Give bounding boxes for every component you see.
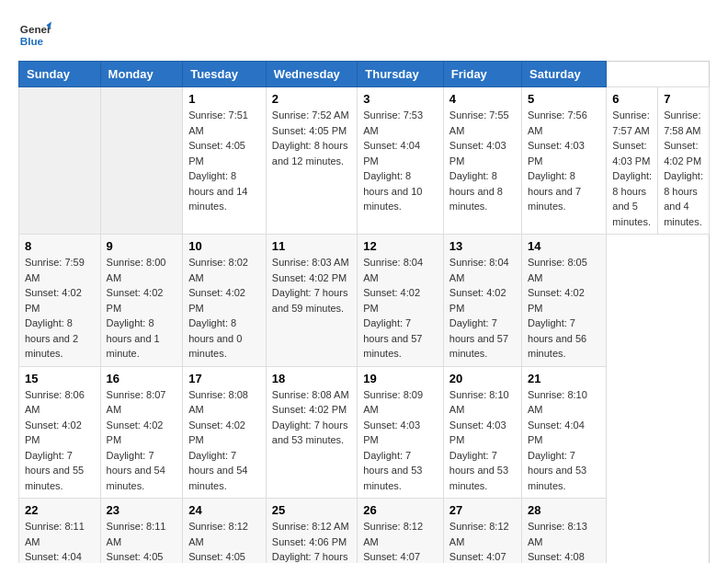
empty-cell	[19, 87, 101, 235]
sunrise-info: Sunrise: 8:12 AM	[272, 521, 349, 532]
calendar-day-cell: 24 Sunrise: 8:12 AM Sunset: 4:05 PM Dayl…	[183, 499, 267, 564]
sunset-info: Sunset: 4:02 PM	[107, 419, 164, 446]
sunset-info: Sunset: 4:06 PM	[272, 536, 347, 547]
day-number: 13	[449, 239, 516, 253]
day-number: 24	[188, 503, 260, 517]
sunrise-info: Sunrise: 7:55 AM	[449, 109, 509, 136]
calendar-table: SundayMondayTuesdayWednesdayThursdayFrid…	[18, 61, 710, 563]
sunrise-info: Sunrise: 8:09 AM	[363, 389, 423, 416]
sunset-info: Sunset: 4:02 PM	[528, 287, 585, 314]
daylight-info: Daylight: 8 hours and 7 minutes.	[528, 170, 581, 212]
daylight-info: Daylight: 7 hours and 57 minutes.	[363, 317, 422, 359]
daylight-info: Daylight: 8 hours and 8 minutes.	[449, 170, 503, 212]
calendar-day-cell: 12 Sunrise: 8:04 AM Sunset: 4:02 PM Dayl…	[358, 235, 444, 367]
sunrise-info: Sunrise: 8:11 AM	[107, 521, 166, 547]
sunset-info: Sunset: 4:04 PM	[528, 419, 585, 446]
daylight-info: Daylight: 8 hours and 12 minutes.	[272, 140, 348, 167]
day-number: 9	[107, 239, 177, 253]
sunset-info: Sunset: 4:03 PM	[363, 419, 420, 446]
calendar-week-row: 22 Sunrise: 8:11 AM Sunset: 4:04 PM Dayl…	[19, 499, 710, 564]
empty-cell	[100, 87, 183, 235]
day-number: 14	[528, 239, 600, 253]
daylight-info: Daylight: 8 hours and 4 minutes.	[664, 170, 703, 227]
daylight-info: Daylight: 7 hours and 57 minutes.	[449, 317, 508, 359]
calendar-day-cell: 18 Sunrise: 8:08 AM Sunset: 4:02 PM Dayl…	[266, 366, 357, 499]
day-number: 19	[363, 372, 438, 385]
sunset-info: Sunset: 4:02 PM	[363, 287, 420, 314]
sunrise-info: Sunrise: 8:13 AM	[528, 521, 587, 547]
sunset-info: Sunset: 4:07 PM	[363, 551, 420, 563]
sunset-info: Sunset: 4:02 PM	[107, 287, 164, 314]
sunset-info: Sunset: 4:03 PM	[449, 419, 506, 446]
day-number: 28	[528, 503, 600, 517]
sunset-info: Sunset: 4:03 PM	[449, 140, 506, 167]
sunrise-info: Sunrise: 8:12 AM	[363, 521, 423, 547]
sunrise-info: Sunrise: 8:07 AM	[107, 389, 166, 416]
day-number: 3	[363, 92, 438, 106]
weekday-header-sunday: Sunday	[19, 62, 101, 87]
sunset-info: Sunset: 4:08 PM	[528, 551, 585, 563]
calendar-day-cell: 16 Sunrise: 8:07 AM Sunset: 4:02 PM Dayl…	[100, 366, 183, 499]
daylight-info: Daylight: 7 hours and 53 minutes.	[449, 450, 508, 491]
calendar-body: 1 Sunrise: 7:51 AM Sunset: 4:05 PM Dayli…	[19, 87, 710, 564]
sunset-info: Sunset: 4:02 PM	[449, 287, 506, 314]
logo-icon: General Blue	[18, 18, 51, 52]
logo: General Blue	[18, 18, 51, 52]
calendar-day-cell: 3 Sunrise: 7:53 AM Sunset: 4:04 PM Dayli…	[358, 87, 444, 235]
calendar-day-cell: 26 Sunrise: 8:12 AM Sunset: 4:07 PM Dayl…	[358, 499, 444, 564]
sunrise-info: Sunrise: 8:10 AM	[449, 389, 509, 416]
daylight-info: Daylight: 8 hours and 10 minutes.	[363, 170, 422, 212]
sunrise-info: Sunrise: 8:02 AM	[188, 257, 248, 283]
calendar-day-cell: 27 Sunrise: 8:12 AM Sunset: 4:07 PM Dayl…	[443, 499, 521, 564]
day-number: 4	[449, 92, 516, 106]
calendar-day-cell: 10 Sunrise: 8:02 AM Sunset: 4:02 PM Dayl…	[183, 235, 267, 367]
calendar-day-cell: 23 Sunrise: 8:11 AM Sunset: 4:05 PM Dayl…	[100, 499, 183, 564]
daylight-info: Daylight: 7 hours and 53 minutes.	[528, 450, 586, 491]
sunset-info: Sunset: 4:02 PM	[272, 404, 347, 415]
sunset-info: Sunset: 4:04 PM	[363, 140, 420, 167]
daylight-info: Daylight: 7 hours and 55 minutes.	[25, 450, 84, 491]
sunrise-info: Sunrise: 7:51 AM	[188, 109, 248, 136]
day-number: 1	[188, 92, 260, 106]
weekday-header-friday: Friday	[443, 62, 521, 87]
sunset-info: Sunset: 4:03 PM	[612, 140, 650, 167]
calendar-day-cell: 2 Sunrise: 7:52 AM Sunset: 4:05 PM Dayli…	[266, 87, 357, 235]
day-number: 2	[272, 92, 351, 106]
daylight-info: Daylight: 7 hours and 59 minutes.	[272, 287, 348, 314]
daylight-info: Daylight: 7 hours and 56 minutes.	[528, 317, 586, 359]
weekday-header-saturday: Saturday	[522, 62, 607, 87]
calendar-day-cell: 13 Sunrise: 8:04 AM Sunset: 4:02 PM Dayl…	[443, 235, 521, 367]
sunrise-info: Sunrise: 8:08 AM	[272, 389, 349, 400]
day-number: 11	[272, 239, 351, 253]
calendar-day-cell: 6 Sunrise: 7:57 AM Sunset: 4:03 PM Dayli…	[607, 87, 658, 235]
calendar-day-cell: 21 Sunrise: 8:10 AM Sunset: 4:04 PM Dayl…	[522, 366, 607, 499]
sunrise-info: Sunrise: 8:10 AM	[528, 389, 587, 416]
sunrise-info: Sunrise: 8:12 AM	[449, 521, 509, 547]
calendar-day-cell: 4 Sunrise: 7:55 AM Sunset: 4:03 PM Dayli…	[443, 87, 521, 235]
sunrise-info: Sunrise: 8:12 AM	[188, 521, 248, 547]
day-number: 10	[188, 239, 260, 253]
calendar-day-cell: 8 Sunrise: 7:59 AM Sunset: 4:02 PM Dayli…	[19, 235, 101, 367]
sunrise-info: Sunrise: 7:53 AM	[363, 109, 423, 136]
calendar-day-cell: 5 Sunrise: 7:56 AM Sunset: 4:03 PM Dayli…	[522, 87, 607, 235]
daylight-info: Daylight: 8 hours and 1 minute.	[107, 317, 160, 359]
day-number: 8	[25, 239, 95, 253]
calendar-day-cell: 19 Sunrise: 8:09 AM Sunset: 4:03 PM Dayl…	[358, 366, 444, 499]
sunrise-info: Sunrise: 8:04 AM	[363, 257, 423, 283]
calendar-header-row: SundayMondayTuesdayWednesdayThursdayFrid…	[19, 62, 710, 87]
sunrise-info: Sunrise: 7:58 AM	[664, 109, 700, 136]
day-number: 5	[528, 92, 600, 106]
sunset-info: Sunset: 4:05 PM	[188, 140, 245, 167]
calendar-day-cell: 9 Sunrise: 8:00 AM Sunset: 4:02 PM Dayli…	[100, 235, 183, 367]
calendar-week-row: 8 Sunrise: 7:59 AM Sunset: 4:02 PM Dayli…	[19, 235, 710, 367]
weekday-header-tuesday: Tuesday	[183, 62, 267, 87]
sunrise-info: Sunrise: 7:57 AM	[612, 109, 649, 136]
day-number: 20	[449, 372, 516, 385]
daylight-info: Daylight: 8 hours and 0 minutes.	[188, 317, 242, 359]
sunset-info: Sunset: 4:05 PM	[188, 551, 245, 563]
daylight-info: Daylight: 7 hours and 54 minutes.	[188, 450, 247, 491]
calendar-day-cell: 20 Sunrise: 8:10 AM Sunset: 4:03 PM Dayl…	[443, 366, 521, 499]
day-number: 23	[107, 503, 177, 517]
calendar-day-cell: 28 Sunrise: 8:13 AM Sunset: 4:08 PM Dayl…	[522, 499, 607, 564]
day-number: 7	[664, 92, 703, 106]
